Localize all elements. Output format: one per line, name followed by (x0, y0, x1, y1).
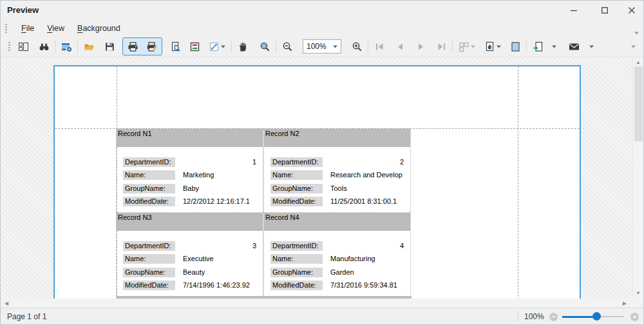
record-field-row: GroupName: Garden (264, 268, 410, 277)
record-field-row: DepartmentID: 1 (117, 157, 263, 167)
field-label: ModifiedDate: (270, 197, 323, 206)
send-email-dropdown[interactable] (587, 39, 596, 54)
document-map-button[interactable] (15, 39, 31, 54)
zoom-slider-thumb[interactable] (592, 312, 601, 320)
field-value: 2 (400, 158, 404, 166)
record-panel: Record N1 DepartmentID: 1 Name: Marketin… (117, 129, 263, 213)
zoom-in-slider-button[interactable]: + (630, 313, 639, 321)
save-button[interactable] (102, 39, 117, 54)
right-margin-guide (518, 66, 518, 299)
record-field-row: GroupName: Tools (264, 184, 410, 193)
toolbar-overflow-button[interactable] (629, 39, 638, 54)
next-page-icon (415, 41, 426, 52)
record-field-row: DepartmentID: 3 (117, 241, 263, 251)
field-value: 4 (400, 242, 404, 250)
field-value: Garden (330, 268, 354, 276)
minimize-icon (571, 7, 577, 14)
export-document-button[interactable] (530, 39, 545, 54)
menubar-grip-icon[interactable] (5, 24, 7, 33)
vertical-scrollbar[interactable]: ▲ ▼ (632, 57, 643, 299)
document-viewport[interactable]: Record N1 DepartmentID: 1 Name: Marketin… (1, 57, 643, 299)
print-button[interactable] (125, 39, 140, 54)
field-label: Name: (123, 254, 175, 264)
zoom-combo[interactable]: 100% (303, 39, 341, 54)
zoom-out-button[interactable] (279, 39, 295, 54)
first-page-icon (374, 41, 385, 52)
hand-tool-button[interactable] (235, 39, 251, 54)
previous-page-button[interactable] (392, 39, 408, 54)
print-icon (128, 41, 138, 52)
field-label: GroupName: (123, 268, 175, 277)
field-label: Name: (270, 254, 323, 264)
menu-view[interactable]: View (41, 22, 71, 35)
field-value: 7/31/2016 9:59:34.81 (330, 281, 397, 289)
page-setup-button[interactable] (167, 39, 183, 54)
parameters-button[interactable] (59, 39, 74, 54)
report-page[interactable]: Record N1 DepartmentID: 1 Name: Marketin… (53, 65, 581, 299)
statusbar-separator (518, 311, 518, 322)
window-title: Preview (7, 5, 39, 15)
top-margin-guide (55, 128, 580, 129)
email-icon (569, 41, 580, 52)
minimize-button[interactable] (562, 1, 585, 20)
statusbar: Page 1 of 1 100% − + (1, 308, 643, 324)
field-value: 11/25/2001 8:31:00.1 (330, 197, 397, 205)
magnifier-button[interactable] (257, 39, 272, 54)
next-record-band-edge (117, 296, 412, 299)
vertical-scrollbar-thumb[interactable] (634, 66, 643, 141)
chevron-down-icon (497, 45, 501, 48)
record-fields: DepartmentID: 2 Name: Research and Devel… (264, 129, 410, 213)
fill-background-button[interactable] (482, 39, 504, 54)
header-footer-icon (189, 41, 200, 52)
chevron-down-icon (631, 45, 636, 48)
field-value: Beauty (183, 268, 205, 276)
zoom-slider[interactable] (562, 311, 624, 322)
field-value: Manufacturing (330, 255, 375, 262)
scale-button[interactable] (206, 39, 228, 54)
record-panel: Record N3 DepartmentID: 3 Name: Executiv… (117, 213, 263, 297)
export-document-dropdown[interactable] (549, 39, 558, 54)
quick-print-button[interactable] (144, 39, 160, 54)
record-field-row: DepartmentID: 4 (264, 241, 410, 251)
toolbar: 100% (1, 36, 643, 57)
parameters-icon (61, 41, 72, 52)
menu-background[interactable]: Background (71, 22, 127, 35)
field-value: Marketing (183, 171, 214, 179)
scroll-down-icon[interactable]: ▼ (633, 289, 643, 298)
record-panel: Record N4 DepartmentID: 4 Name: Manufact… (264, 213, 410, 297)
preview-window: Preview FileViewBackground (0, 0, 644, 325)
field-value: 1 (252, 158, 256, 166)
scroll-up-icon[interactable]: ▲ (633, 58, 643, 67)
field-value: 7/14/1996 1:46:23.92 (183, 281, 250, 289)
send-email-button[interactable] (566, 39, 582, 54)
zoom-in-icon (352, 41, 363, 52)
maximize-button[interactable] (593, 1, 616, 20)
page-setup-icon (170, 41, 181, 52)
quick-print-icon (147, 41, 158, 52)
menu-file[interactable]: File (15, 22, 41, 35)
field-value: 3 (252, 242, 256, 250)
record-field-row: Name: Executive (117, 254, 263, 264)
header-footer-button[interactable] (187, 39, 202, 54)
chevron-down-icon (221, 45, 225, 48)
record-fields: DepartmentID: 4 Name: Manufacturing Grou… (264, 213, 410, 297)
close-button[interactable] (620, 1, 643, 20)
field-label: Name: (270, 170, 323, 180)
field-value: Research and Develop (330, 171, 402, 179)
magnifier-icon (260, 41, 270, 52)
toolbar-grip-icon[interactable] (8, 42, 10, 51)
chevron-down-icon (333, 45, 337, 48)
chevron-down-icon (552, 45, 556, 48)
last-page-button[interactable] (433, 39, 449, 54)
open-button[interactable] (81, 39, 97, 54)
field-label: GroupName: (270, 184, 323, 193)
next-page-button[interactable] (413, 39, 428, 54)
first-page-button[interactable] (372, 39, 387, 54)
record-field-row: GroupName: Beauty (117, 268, 263, 277)
zoom-in-button[interactable] (349, 39, 365, 54)
search-button[interactable] (36, 39, 52, 54)
open-folder-icon (84, 41, 95, 52)
watermark-button[interactable] (507, 39, 523, 54)
multiple-pages-button[interactable] (456, 39, 478, 54)
zoom-out-slider-button[interactable]: − (549, 313, 558, 321)
